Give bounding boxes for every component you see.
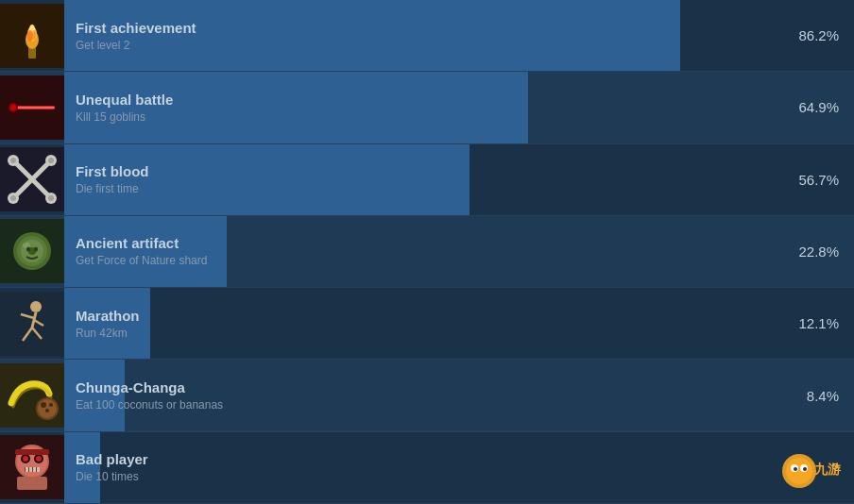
- achievement-percent-first-blood: 56.7%: [778, 172, 854, 188]
- achievement-percent-bad-player: ?: [778, 460, 854, 476]
- achievement-desc-first-blood: Die first time: [76, 182, 767, 195]
- achievement-desc-marathon: Run 42km: [76, 327, 767, 340]
- achievement-row-first-blood[interactable]: First blood Die first time 56.7%: [0, 144, 854, 216]
- svg-point-6: [32, 30, 36, 40]
- achievement-text-ancient-artifact: Ancient artifact Get Force of Nature sha…: [76, 235, 767, 267]
- achievement-content-chunga-changa: Chunga-Changa Eat 100 coconuts or banana…: [64, 360, 778, 430]
- achievement-title-chunga-changa: Chunga-Changa: [76, 379, 767, 395]
- achievement-desc-bad-player: Die 10 times: [76, 470, 767, 483]
- achievement-content-bad-player: Bad player Die 10 times: [64, 432, 778, 503]
- achievement-title-first-achievement: First achievement: [76, 20, 767, 36]
- achievement-text-unequal-battle: Unequal battle Kill 15 goblins: [76, 92, 767, 124]
- achievement-desc-chunga-changa: Eat 100 coconuts or bananas: [76, 398, 767, 412]
- achievement-title-ancient-artifact: Ancient artifact: [76, 235, 767, 251]
- achievement-content-marathon: Marathon Run 42km: [64, 288, 778, 359]
- achievement-row-ancient-artifact[interactable]: Ancient artifact Get Force of Nature sha…: [0, 216, 854, 288]
- achievement-content-ancient-artifact: Ancient artifact Get Force of Nature sha…: [64, 216, 778, 287]
- svg-point-18: [48, 195, 54, 201]
- achievement-row-bad-player[interactable]: Bad player Die 10 times ?: [0, 432, 854, 504]
- svg-rect-57: [17, 477, 47, 490]
- svg-rect-55: [37, 467, 40, 472]
- svg-point-22: [10, 195, 16, 201]
- achievement-icon-bad-player: [0, 435, 64, 499]
- svg-point-11: [10, 105, 16, 110]
- achievement-percent-unequal-battle: 64.9%: [778, 99, 854, 115]
- achievement-title-marathon: Marathon: [76, 308, 767, 324]
- achievement-desc-first-achievement: Get level 2: [76, 39, 767, 52]
- achievement-text-marathon: Marathon Run 42km: [76, 308, 767, 340]
- svg-point-41: [41, 402, 46, 408]
- achievement-text-first-achievement: First achievement Get level 2: [76, 20, 767, 52]
- achievement-desc-unequal-battle: Kill 15 goblins: [76, 110, 767, 124]
- achievement-percent-chunga-changa: 8.4%: [778, 388, 854, 404]
- svg-point-42: [49, 403, 53, 407]
- achievement-icon-unequal-battle: [0, 76, 64, 140]
- achievements-list: First achievement Get level 2 86.2% Uneq…: [0, 0, 854, 504]
- svg-point-49: [23, 456, 28, 462]
- svg-rect-53: [29, 467, 32, 472]
- achievement-text-first-blood: First blood Die first time: [76, 163, 767, 195]
- achievement-content-first-blood: First blood Die first time: [64, 144, 778, 215]
- achievement-icon-ancient-artifact: [0, 219, 64, 283]
- achievement-percent-first-achievement: 86.2%: [778, 27, 854, 43]
- achievement-text-bad-player: Bad player Die 10 times: [76, 451, 767, 483]
- achievement-percent-ancient-artifact: 22.8%: [778, 244, 854, 260]
- svg-rect-52: [26, 467, 28, 472]
- achievement-icon-chunga-changa: [0, 363, 64, 428]
- svg-point-32: [30, 301, 42, 312]
- svg-point-29: [26, 247, 30, 252]
- svg-point-16: [10, 158, 16, 163]
- achievement-content-unequal-battle: Unequal battle Kill 15 goblins: [64, 72, 778, 143]
- achievement-row-first-achievement[interactable]: First achievement Get level 2 86.2%: [0, 0, 854, 72]
- svg-point-30: [34, 247, 38, 252]
- achievement-desc-ancient-artifact: Get Force of Nature shard: [76, 254, 767, 267]
- achievement-text-chunga-changa: Chunga-Changa Eat 100 coconuts or banana…: [76, 379, 767, 412]
- svg-point-20: [48, 158, 54, 163]
- achievement-title-first-blood: First blood: [76, 163, 767, 179]
- achievement-title-bad-player: Bad player: [76, 451, 767, 467]
- achievement-content-first-achievement: First achievement Get level 2: [64, 0, 778, 71]
- achievement-percent-marathon: 12.1%: [778, 315, 854, 331]
- achievement-icon-marathon: [0, 292, 64, 356]
- achievement-row-marathon[interactable]: Marathon Run 42km 12.1%: [0, 288, 854, 360]
- achievement-row-unequal-battle[interactable]: Unequal battle Kill 15 goblins 64.9%: [0, 72, 854, 143]
- svg-rect-38: [0, 363, 64, 428]
- achievement-title-unequal-battle: Unequal battle: [76, 92, 767, 108]
- achievement-icon-first-achievement: [0, 4, 64, 68]
- achievement-row-chunga-changa[interactable]: Chunga-Changa Eat 100 coconuts or banana…: [0, 360, 854, 431]
- svg-point-50: [36, 456, 42, 462]
- svg-rect-56: [15, 449, 49, 455]
- svg-rect-54: [33, 467, 36, 472]
- svg-point-43: [45, 409, 49, 412]
- achievement-icon-first-blood: [0, 147, 64, 211]
